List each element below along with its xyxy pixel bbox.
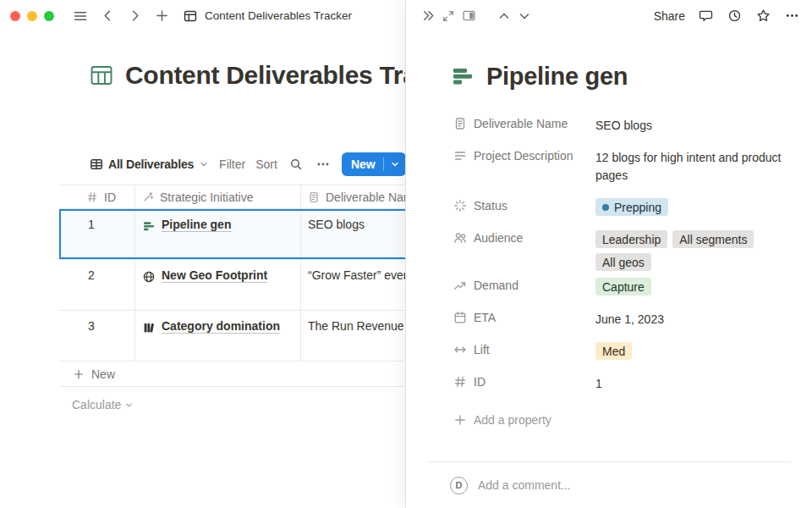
property-value-lift[interactable]: Med xyxy=(595,335,790,360)
property-label-deliverable-name[interactable]: Deliverable Name xyxy=(450,109,595,130)
property-label-eta[interactable]: ETA xyxy=(450,303,595,324)
hash-icon xyxy=(453,375,467,389)
cell-id[interactable]: 1 xyxy=(59,209,135,259)
filter-button[interactable]: Filter xyxy=(219,157,245,171)
comments-button[interactable] xyxy=(695,5,716,27)
tag-pill[interactable]: All segments xyxy=(672,230,754,248)
column-label: Strategic Initiative xyxy=(160,190,254,204)
page-link[interactable]: New Geo Footprint xyxy=(162,268,267,282)
select-pill[interactable]: Capture xyxy=(595,278,651,295)
more-icon xyxy=(785,8,799,23)
share-button[interactable]: Share xyxy=(652,9,687,23)
search-button[interactable] xyxy=(288,157,304,171)
column-header-id[interactable]: ID xyxy=(59,185,135,208)
property-label-lift[interactable]: Lift xyxy=(450,335,595,356)
window-controls xyxy=(10,11,54,21)
clock-icon xyxy=(727,8,742,23)
new-page-button[interactable] xyxy=(151,5,173,27)
menu-icon xyxy=(73,8,88,24)
double-chevron-right-icon xyxy=(421,8,436,23)
calculate-label: Calculate xyxy=(72,398,121,411)
side-peek-mode-button[interactable] xyxy=(458,5,479,27)
property-label-id[interactable]: ID xyxy=(450,367,595,389)
globe-icon xyxy=(142,268,156,284)
next-record-button[interactable] xyxy=(514,5,535,27)
view-options-button[interactable] xyxy=(315,157,332,171)
property-row-deliverable-name: Deliverable Name SEO blogs xyxy=(450,109,790,141)
property-label: Audience xyxy=(474,231,523,245)
text-lines-icon xyxy=(453,149,467,163)
property-value-demand[interactable]: Capture xyxy=(595,271,790,295)
plus-icon xyxy=(155,8,169,23)
view-name: All Deliverables xyxy=(108,157,194,171)
arrows-horizontal-icon xyxy=(453,343,467,356)
property-row-id: ID 1 xyxy=(450,367,790,400)
peek-toolbar: Share xyxy=(406,0,812,31)
close-window-button[interactable] xyxy=(10,11,20,21)
page-options-button[interactable] xyxy=(782,5,802,27)
cell-initiative[interactable]: Pipeline gen xyxy=(135,209,301,259)
peek-body: Pipeline gen Deliverable Name SEO blogs … xyxy=(406,60,812,432)
tag-pill[interactable]: All geos xyxy=(595,253,651,271)
property-value-deliverable-name[interactable]: SEO blogs xyxy=(595,109,790,135)
property-label-project-description[interactable]: Project Description xyxy=(450,141,595,163)
property-row-lift: Lift Med xyxy=(450,335,790,367)
close-peek-button[interactable] xyxy=(418,5,438,27)
updates-button[interactable] xyxy=(724,5,744,27)
page-table-icon xyxy=(183,8,198,24)
property-value-audience[interactable]: Leadership All segments All geos xyxy=(595,224,790,271)
zoom-window-button[interactable] xyxy=(44,11,54,21)
new-row-label: New xyxy=(91,367,115,381)
property-label-demand[interactable]: Demand xyxy=(450,271,595,292)
peek-title-text: Pipeline gen xyxy=(486,60,628,92)
doc-icon xyxy=(308,191,320,203)
doc-icon xyxy=(453,117,467,130)
comment-section: D Add a comment... xyxy=(426,461,792,508)
star-icon xyxy=(756,8,771,23)
property-row-eta: ETA June 1, 2023 xyxy=(450,303,790,335)
status-pill[interactable]: Prepping xyxy=(595,198,668,216)
chevron-down-icon xyxy=(124,400,134,410)
tag-pill[interactable]: Leadership xyxy=(595,230,667,248)
page-link[interactable]: Category domination xyxy=(162,319,280,333)
chevron-left-icon xyxy=(101,8,115,23)
page-link[interactable]: Pipeline gen xyxy=(162,218,231,231)
expand-page-button[interactable] xyxy=(438,5,458,27)
calendar-icon xyxy=(453,311,467,324)
property-value-status[interactable]: Prepping xyxy=(595,191,790,216)
property-label: Demand xyxy=(474,279,518,292)
add-property-button[interactable]: Add a property xyxy=(450,400,790,432)
previous-record-button[interactable] xyxy=(494,5,514,27)
chevron-up-icon xyxy=(497,9,511,23)
property-value-project-description[interactable]: 12 blogs for high intent and product pag… xyxy=(595,141,790,191)
favorite-button[interactable] xyxy=(753,5,773,27)
property-label-audience[interactable]: Audience xyxy=(450,224,595,245)
nav-back-button[interactable] xyxy=(96,5,118,27)
comment-input[interactable]: Add a comment... xyxy=(478,478,571,492)
cell-id[interactable]: 3 xyxy=(59,311,135,361)
sort-button[interactable]: Sort xyxy=(255,157,277,171)
notion-window: Content Deliverables Tracker Content Del… xyxy=(0,0,812,508)
minimize-window-button[interactable] xyxy=(27,11,37,21)
property-list: Deliverable Name SEO blogs Project Descr… xyxy=(450,109,790,400)
view-switcher[interactable]: All Deliverables xyxy=(90,157,209,171)
nav-forward-button[interactable] xyxy=(123,5,145,27)
column-header-initiative[interactable]: Strategic Initiative xyxy=(135,185,301,208)
breadcrumb-title: Content Deliverables Tracker xyxy=(205,9,352,22)
property-value-id[interactable]: 1 xyxy=(595,367,790,393)
property-value-eta[interactable]: June 1, 2023 xyxy=(595,303,790,329)
cell-initiative[interactable]: New Geo Footprint xyxy=(135,260,301,310)
expand-icon xyxy=(442,9,455,23)
breadcrumb[interactable]: Content Deliverables Tracker xyxy=(183,8,352,24)
peek-page-title[interactable]: Pipeline gen xyxy=(450,60,790,92)
new-record-button[interactable]: New xyxy=(342,152,406,176)
side-peek-panel: Share Pipeline gen xyxy=(405,0,812,508)
comment-icon xyxy=(699,8,713,23)
cell-initiative[interactable]: Category domination xyxy=(135,311,301,361)
property-row-audience: Audience Leadership All segments All geo… xyxy=(450,224,790,271)
sidebar-toggle-button[interactable] xyxy=(69,5,91,27)
property-label-status[interactable]: Status xyxy=(450,191,595,213)
select-pill[interactable]: Med xyxy=(595,342,632,360)
cell-id[interactable]: 2 xyxy=(59,260,135,310)
new-record-dropdown-button[interactable] xyxy=(384,160,406,168)
